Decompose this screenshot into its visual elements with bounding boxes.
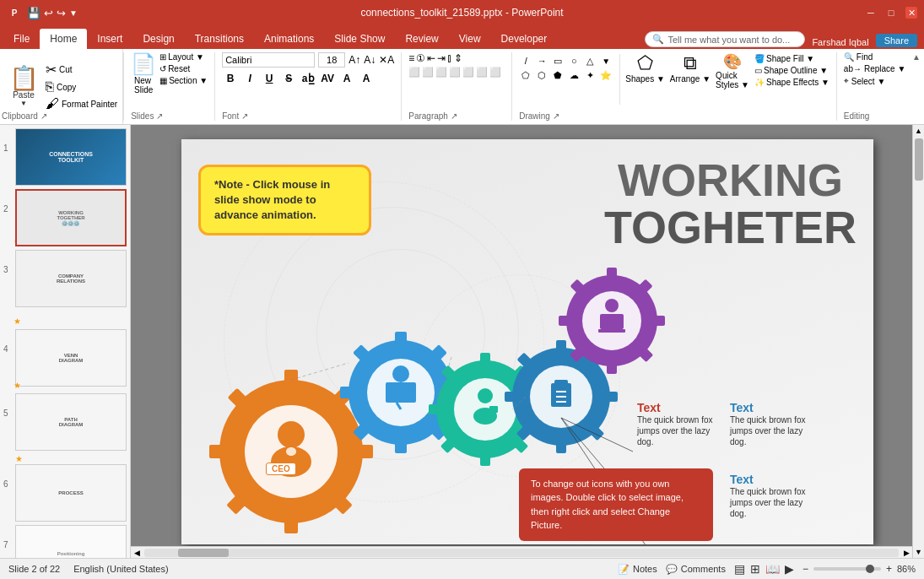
underline-button[interactable]: U [261, 70, 278, 87]
format-painter-button[interactable]: 🖌 Format Painter [46, 96, 117, 111]
text-direction-button[interactable]: ⇕ [454, 52, 462, 64]
paste-button[interactable]: 📋 Paste ▼ [5, 65, 42, 109]
slide-thumb-7[interactable]: 7 Positioning [3, 525, 127, 558]
tab-slide-show[interactable]: Slide Show [324, 29, 395, 49]
hscroll-right-button[interactable]: ▶ [900, 547, 912, 559]
tab-review[interactable]: Review [395, 29, 448, 49]
slide-img-7[interactable]: Positioning [15, 525, 127, 558]
replace-button[interactable]: ab→ Replace ▼ [844, 64, 906, 73]
minimize-button[interactable]: ─ [865, 7, 877, 19]
vscroll-up-button[interactable]: ▲ [912, 125, 924, 137]
shape-3[interactable]: ⬡ [535, 68, 548, 82]
quick-styles-button[interactable]: 🎨 QuickStyles ▼ [716, 52, 749, 89]
tab-design[interactable]: Design [132, 29, 184, 49]
hscroll-left-button[interactable]: ◀ [131, 547, 143, 559]
tab-view[interactable]: View [449, 29, 491, 49]
tell-me-input[interactable]: 🔍 Tell me what you want to do... [645, 31, 805, 47]
increase-font-button[interactable]: A↑ [349, 54, 360, 66]
text-align-button[interactable]: ⬜ [476, 67, 488, 78]
tab-file[interactable]: File [3, 29, 40, 49]
slide-thumb-4[interactable]: 4 VENNDIAGRAM [3, 329, 127, 387]
tab-transitions[interactable]: Transitions [185, 29, 254, 49]
zoom-thumb[interactable] [866, 565, 874, 573]
collapse-ribbon-button[interactable]: ▲ [912, 52, 921, 62]
decrease-indent-button[interactable]: ⇤ [427, 52, 435, 64]
hscroll-thumb[interactable] [178, 549, 229, 557]
align-center-button[interactable]: ⬜ [422, 67, 434, 78]
slide-img-6[interactable]: PROCESS [15, 464, 127, 522]
shape-5[interactable]: ☁ [567, 68, 581, 82]
shape-2[interactable]: ⬠ [519, 68, 532, 82]
line-spacing-button[interactable]: ⬜ [462, 67, 474, 78]
undo-qat-button[interactable]: ↩ [44, 7, 53, 19]
bold-button[interactable]: B [222, 70, 239, 87]
decrease-font-button[interactable]: A↓ [364, 54, 376, 66]
cut-button[interactable]: ✂ Cut [46, 62, 117, 78]
slide-show-button[interactable]: ▶ [785, 562, 794, 576]
tab-animations[interactable]: Animations [254, 29, 324, 49]
reading-view-button[interactable]: 📖 [765, 562, 780, 576]
text-highlight-button[interactable]: A [358, 70, 375, 87]
tab-insert[interactable]: Insert [87, 29, 132, 49]
increase-indent-button[interactable]: ⇥ [437, 52, 446, 64]
vscroll-down-button[interactable]: ▼ [912, 546, 924, 558]
shape-fill-button[interactable]: 🪣 Shape Fill ▼ [754, 54, 829, 63]
redo-qat-button[interactable]: ↪ [57, 7, 66, 19]
normal-view-button[interactable]: ▤ [734, 562, 745, 576]
comments-button[interactable]: 💬 Comments [666, 564, 726, 575]
strikethrough-button[interactable]: S [280, 70, 297, 87]
shape-7[interactable]: ⭐ [599, 68, 613, 82]
reset-button[interactable]: ↺ Reset [159, 64, 208, 73]
slide-img-3[interactable]: COMPANYRELATIONS [15, 250, 127, 307]
zoom-level[interactable]: 86% [897, 564, 916, 574]
save-qat-button[interactable]: 💾 [27, 7, 41, 19]
font-name-input[interactable] [222, 52, 315, 68]
select-button[interactable]: ⌖ Select ▼ [844, 76, 906, 86]
slide-img-1[interactable]: CONNECTIONSTOOLKIT [15, 128, 127, 186]
shape-arrow[interactable]: → [535, 54, 548, 68]
shape-outline-button[interactable]: ▭ Shape Outline ▼ [754, 66, 829, 75]
font-color-button[interactable]: A [338, 70, 355, 87]
slide-img-5[interactable]: PATHDIAGRAM [15, 393, 127, 451]
font-size-input[interactable] [318, 52, 345, 68]
slide-img-4[interactable]: VENNDIAGRAM [15, 329, 127, 387]
notes-button[interactable]: 📝 Notes [618, 564, 657, 575]
shape-effects-button[interactable]: ✨ Shape Effects ▼ [754, 78, 829, 87]
bullets-button[interactable]: ≡ [408, 52, 414, 64]
maximize-button[interactable]: □ [885, 7, 897, 19]
shape-triangle[interactable]: △ [583, 54, 597, 68]
shapes-button[interactable]: ⬠ Shapes ▼ [625, 52, 665, 84]
close-button[interactable]: ✕ [905, 7, 917, 19]
customize-qat-button[interactable]: ▼ [69, 8, 78, 18]
slide-thumb-5[interactable]: 5 PATHDIAGRAM [3, 393, 127, 451]
zoom-slider[interactable] [813, 567, 881, 571]
italic-button[interactable]: I [241, 70, 258, 87]
columns-button[interactable]: ⫿ [447, 52, 452, 64]
arrange-button[interactable]: ⧉ Arrange ▼ [670, 52, 711, 84]
tab-developer[interactable]: Developer [491, 29, 558, 49]
clear-format-button[interactable]: ✕A [379, 54, 394, 66]
zoom-out-button[interactable]: − [802, 563, 808, 575]
shadow-button[interactable]: ab̲ [300, 70, 316, 87]
slide-sorter-button[interactable]: ⊞ [750, 562, 760, 576]
align-left-button[interactable]: ⬜ [408, 67, 420, 78]
slide-thumb-2[interactable]: 2 ★ WORKINGTOGETHER⚙️⚙️⚙️ [3, 189, 127, 246]
numbered-list-button[interactable]: ① [416, 52, 425, 64]
shape-6[interactable]: ✦ [583, 68, 597, 82]
layout-button[interactable]: ⊞ Layout ▼ [159, 52, 208, 62]
copy-button[interactable]: ⎘ Copy [46, 79, 117, 95]
slide-thumb-3[interactable]: 3 COMPANYRELATIONS [3, 250, 127, 307]
share-button[interactable]: Share [876, 34, 917, 47]
shape-4[interactable]: ⬟ [551, 68, 565, 82]
align-right-button[interactable]: ⬜ [435, 67, 447, 78]
smartart-button[interactable]: ⬜ [489, 67, 501, 78]
new-slide-button[interactable]: 📄 NewSlide [131, 52, 156, 121]
zoom-in-button[interactable]: + [886, 563, 892, 575]
tab-home[interactable]: Home [40, 29, 87, 49]
slide-img-2[interactable]: WORKINGTOGETHER⚙️⚙️⚙️ [15, 189, 127, 246]
justify-button[interactable]: ⬜ [449, 67, 461, 78]
vscroll-thumb[interactable] [915, 138, 923, 181]
section-button[interactable]: ▦ Section ▼ [159, 76, 208, 85]
find-button[interactable]: 🔍 Find [844, 52, 906, 62]
slide-thumb-6[interactable]: 6 PROCESS [3, 464, 127, 522]
